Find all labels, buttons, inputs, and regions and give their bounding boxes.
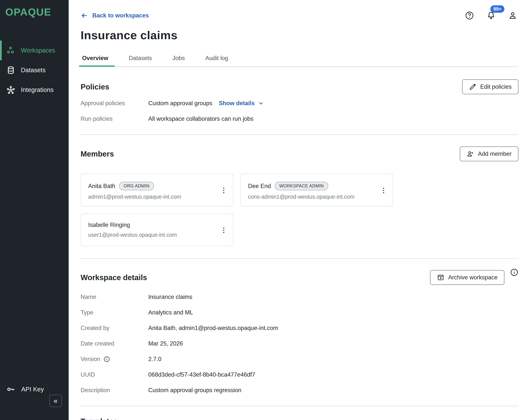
run-policies-value: All workspace collaborators can run jobs: [148, 115, 253, 122]
edit-policies-button[interactable]: Edit policies: [462, 80, 518, 94]
member-card: Isabelle Ringing user1@prod-westus.opaqu…: [81, 214, 233, 246]
top-icons: 99+: [465, 11, 518, 20]
key-icon: [6, 385, 16, 394]
tab-audit-log[interactable]: Audit log: [204, 51, 230, 67]
member-email: user1@prod-westus.opaque-int.com: [88, 232, 224, 238]
detail-value: 2.7.0: [148, 356, 161, 363]
members-heading: Members: [81, 150, 114, 158]
main-content: Back to workspaces 99+: [69, 0, 526, 420]
pencil-icon: [469, 83, 476, 90]
detail-row: Created by Anita Bath, admin1@prod-westu…: [81, 325, 518, 331]
detail-row: Date created Mar 25, 2026: [81, 340, 518, 347]
archive-workspace-button[interactable]: Archive workspace: [430, 270, 504, 285]
member-name: Isabelle Ringing: [88, 221, 130, 228]
sidebar-collapse-button[interactable]: «: [49, 395, 62, 407]
tab-datasets[interactable]: Datasets: [127, 51, 153, 67]
notification-badge: 99+: [490, 5, 504, 13]
tab-jobs[interactable]: Jobs: [171, 51, 186, 67]
help-button[interactable]: [465, 11, 474, 20]
detail-label: Date created: [81, 340, 148, 347]
approval-policies-row: Approval policies Custom approval groups…: [81, 100, 518, 107]
approval-policies-value: Custom approval groups: [148, 100, 212, 107]
detail-row-version: Version 2.7.0: [81, 356, 518, 363]
member-name: Anita Bath: [88, 183, 115, 190]
policies-section: Policies Edit policies Approval policies…: [81, 80, 518, 135]
help-icon: [465, 11, 474, 20]
member-menu-button[interactable]: [379, 185, 388, 196]
approval-policies-label: Approval policies: [81, 100, 148, 107]
sidebar-item-label: Workspaces: [21, 47, 55, 54]
section-divider: [81, 258, 518, 259]
run-policies-label: Run policies: [81, 115, 148, 122]
add-member-button[interactable]: Add member: [460, 147, 518, 161]
templates-heading: Templates: [81, 417, 518, 420]
detail-value: Analytics and ML: [148, 309, 193, 316]
detail-label: Version: [81, 356, 100, 363]
member-card: Anita Bath ORG ADMIN admin1@prod-westus.…: [81, 174, 233, 206]
member-cards: Anita Bath ORG ADMIN admin1@prod-westus.…: [81, 174, 518, 246]
sidebar-item-label: Datasets: [21, 67, 46, 74]
sidebar: OPAQUE Workspaces Datasets Integrations: [0, 0, 69, 420]
archive-icon: [437, 274, 445, 281]
sidebar-nav: Workspaces Datasets Integrations: [0, 40, 69, 100]
members-section: Members Add member Anita Bath ORG ADMIN …: [81, 147, 518, 259]
back-to-workspaces-link[interactable]: Back to workspaces: [81, 12, 149, 19]
datasets-icon: [6, 66, 15, 74]
policies-heading: Policies: [81, 83, 109, 91]
sidebar-item-integrations[interactable]: Integrations: [0, 80, 69, 100]
detail-label: Type: [81, 309, 148, 316]
detail-value: Mar 25, 2026: [148, 340, 183, 347]
sidebar-item-datasets[interactable]: Datasets: [0, 60, 69, 80]
kebab-icon: [220, 225, 228, 236]
arrow-left-icon: [81, 12, 88, 19]
api-key-label: API Key: [21, 386, 44, 393]
section-divider: [81, 406, 518, 406]
detail-value: Insurance claims: [148, 294, 192, 300]
back-link-label: Back to workspaces: [92, 12, 149, 19]
kebab-icon: [220, 185, 228, 196]
role-badge: ORG ADMIN: [119, 182, 154, 190]
detail-row: UUID 068d3ded-cf57-43ef-8b40-bca477e46df…: [81, 371, 518, 378]
notifications-button[interactable]: 99+: [486, 11, 496, 20]
member-name: Dee End: [248, 183, 271, 190]
show-details-label: Show details: [219, 100, 255, 107]
sidebar-item-label: Integrations: [21, 86, 53, 93]
collapse-chevrons-icon: «: [53, 397, 57, 405]
tab-bar: Overview Datasets Jobs Audit log: [81, 51, 518, 67]
page-title: Insurance claims: [81, 29, 518, 42]
workspace-details-heading: Workspace details: [81, 273, 147, 282]
detail-row: Type Analytics and ML: [81, 309, 518, 316]
kebab-icon: [380, 185, 387, 196]
detail-value: Anita Bath, admin1@prod-westus.opaque-in…: [148, 325, 278, 331]
sidebar-bottom: API Key «: [0, 380, 69, 420]
account-button[interactable]: [508, 11, 517, 20]
templates-section: Templates Name Overlap Add to workspace: [81, 417, 518, 420]
section-divider: [81, 134, 518, 135]
edit-policies-label: Edit policies: [480, 83, 512, 90]
show-details-link[interactable]: Show details: [219, 100, 264, 107]
detail-label: UUID: [81, 371, 148, 378]
detail-row: Name Insurance claims: [81, 294, 518, 300]
tab-overview[interactable]: Overview: [81, 51, 110, 67]
detail-value: 068d3ded-cf57-43ef-8b40-bca477e46df7: [148, 371, 255, 378]
member-email: cons-admin1@prod-westus.opaque-int.com: [248, 194, 384, 200]
detail-label: Created by: [81, 325, 148, 331]
detail-value: Custom approval groups regression: [148, 387, 241, 394]
sidebar-item-workspaces[interactable]: Workspaces: [0, 40, 69, 60]
role-badge: WORKSPACE ADMIN: [275, 182, 328, 190]
workspaces-icon: [6, 46, 15, 55]
member-card: Dee End WORKSPACE ADMIN cons-admin1@prod…: [241, 174, 393, 206]
workspace-details-section: Workspace details Archive workspace: [81, 270, 518, 406]
member-menu-button[interactable]: [219, 225, 228, 236]
member-email: admin1@prod-westus.opaque-int.com: [88, 194, 224, 200]
info-icon[interactable]: [510, 268, 518, 277]
add-member-label: Add member: [478, 150, 512, 157]
person-plus-icon: [467, 150, 474, 158]
integrations-icon: [6, 85, 15, 94]
chevron-down-icon: [258, 100, 264, 107]
top-bar: Back to workspaces 99+: [81, 0, 518, 20]
member-menu-button[interactable]: [219, 185, 228, 196]
version-info-icon[interactable]: [103, 356, 110, 362]
detail-label: Name: [81, 294, 148, 300]
opaque-logo: OPAQUE: [0, 0, 69, 18]
